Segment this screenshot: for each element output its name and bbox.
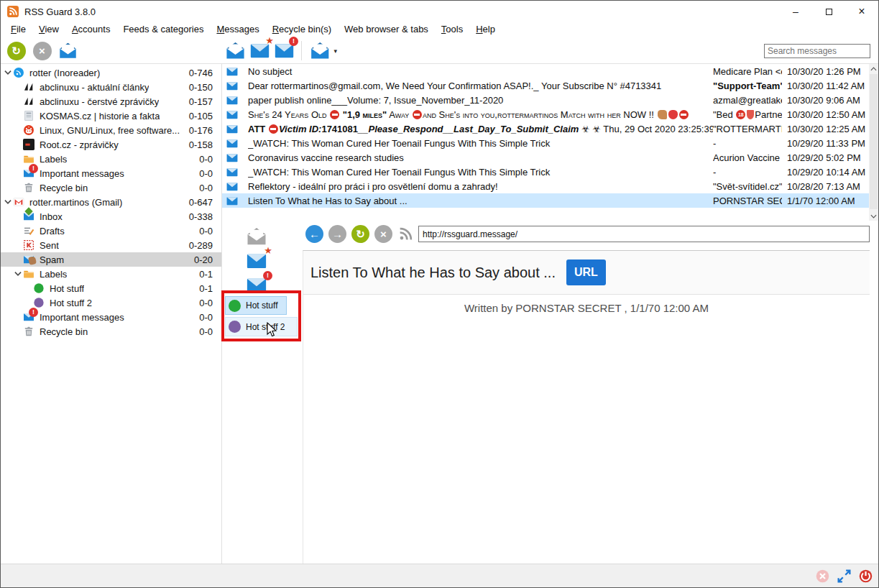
mark-read-button[interactable] [58,41,78,60]
message-subject: She's 24 Years Old "1,9 miles" Away and … [248,109,713,120]
menu-feeds-categories[interactable]: Feeds & categories [116,22,210,36]
url-input[interactable] [418,226,870,242]
expand-chevron-icon[interactable] [3,68,13,78]
sidebar-item-recycle-bin[interactable]: Recycle bin0-0 [1,180,221,195]
mark-message-read-button[interactable] [225,40,246,61]
fullscreen-button[interactable] [837,569,852,584]
sidebar-item-drafts[interactable]: Drafts0-0 [1,224,221,238]
circle-green-icon [33,282,45,294]
unread-count: 0-105 [189,111,221,121]
mark-unread-button[interactable]: ! [274,40,295,61]
sidebar-item-hot-stuff-2[interactable]: Hot stuff 20-0 [1,295,221,310]
sidebar-item-linux-gnu-linux-free-software[interactable]: Linux, GNU/Linux, free software...0-176 [1,123,221,137]
toggle-importance-button[interactable]: ★ [249,40,270,61]
tree-indent [13,168,23,178]
scroll-up-icon[interactable] [869,64,878,73]
message-date: 10/30/20 11:42 AM [782,81,869,91]
sidebar-item-kosmas-cz-historie-a-fakta[interactable]: KOSMAS.cz | historie a fakta0-105 [1,109,221,123]
label-chip-hot-stuff[interactable]: Hot stuff [225,296,287,315]
message-row[interactable]: Coronavirus vaccine research studiesAcur… [222,150,869,165]
message-row[interactable]: Listen To What he Has to Say about ...PO… [222,193,869,208]
toggle-importance-button[interactable]: ★ [244,250,269,272]
search-input[interactable] [764,44,870,58]
feed-label: Labels [40,269,67,280]
sidebar-item-rotter-martinos-gmail[interactable]: rotter.martinos (Gmail)0-647 [1,195,221,209]
message-row[interactable]: ATT Victim ID:1741081__Please_Respond__L… [222,121,869,136]
label-chip-hot-stuff-2[interactable]: Hot stuff 2 [225,317,298,336]
close-button[interactable]: × [845,1,878,22]
message-list-scrollbar[interactable] [869,64,878,221]
quit-button[interactable] [858,569,873,584]
message-preview-pane: ★! Hot stuffHot stuff 2 ← → ↻ × Listen T… [222,221,878,564]
sidebar-item-labels[interactable]: Labels0-0 [1,152,221,166]
feed-label: rotter (Inoreader) [29,68,100,78]
message-row[interactable]: No subjectMedicare Plan <e...10/30/20 1:… [222,64,869,78]
kosmas-icon [23,110,34,121]
message-row[interactable]: Reflektory - ideální pro práci i pro osv… [222,179,869,193]
message-subject: ATT Victim ID:1741081__Please_Respond__L… [248,124,713,134]
update-feeds-button[interactable]: ↻ [6,41,26,60]
sidebar-item-sent[interactable]: Sent0-289 [1,238,221,252]
envelope-exclam-icon: ! [23,167,34,179]
tree-indent [13,139,23,150]
message-subject: _WATCH: This Woman Cured Her Toenail Fun… [248,138,713,149]
menu-recycle-bin-s[interactable]: Recycle bin(s) [266,22,338,36]
menu-tools[interactable]: Tools [435,22,469,36]
sidebar-item-abclinuxu-čerstvé-zprávičky[interactable]: abclinuxu - čerstvé zprávičky0-157 [1,94,221,109]
scrollbar-thumb[interactable] [870,74,878,209]
message-date: 10/29/20 11:33 PM [782,138,869,149]
open-url-button[interactable]: URL [566,259,606,285]
menu-messages[interactable]: Messages [210,22,265,36]
expand-chevron-icon[interactable] [13,269,23,279]
reload-button[interactable]: ↻ [351,225,369,243]
unread-count: 0-1 [199,269,221,280]
message-author: - [713,138,782,149]
feed-label: Root.cz - zprávičky [40,139,119,150]
sidebar-item-recycle-bin[interactable]: Recycle bin0-0 [1,324,221,339]
sidebar-item-abclinuxu-aktuální-články[interactable]: abclinuxu - aktuální články0-150 [1,80,221,94]
unread-count: 0-289 [189,240,221,251]
menu-help[interactable]: Help [469,22,502,36]
back-button[interactable]: ← [305,225,323,243]
rss-icon [397,226,413,242]
sidebar-item-root-cz-zprávičky[interactable]: Root.cz - zprávičky0-158 [1,137,221,152]
message-date: 10/30/20 1:26 PM [782,66,869,77]
message-row[interactable]: _WATCH: This Woman Cured Her Toenail Fun… [222,136,869,150]
message-actions-dropdown[interactable]: ▾ [308,40,337,61]
message-subject: _WATCH: This Woman Cured Her Toenail Fun… [248,167,713,178]
menu-view[interactable]: View [32,22,65,36]
mouse-cursor-icon [265,322,277,338]
menu-file[interactable]: File [4,22,32,36]
title-bar: RSS Guard 3.8.0 – × [1,1,878,22]
sidebar-item-important-messages[interactable]: !Important messages0-0 [1,166,221,180]
feed-label: abclinuxu - čerstvé zprávičky [40,96,159,107]
stop-update-button[interactable]: × [32,41,52,60]
message-row[interactable]: She's 24 Years Old "1,9 miles" Away and … [222,107,869,121]
sidebar-item-hot-stuff[interactable]: Hot stuff0-1 [1,281,221,295]
sidebar-item-inbox[interactable]: Inbox0-338 [1,209,221,224]
expand-chevron-icon[interactable] [3,197,13,207]
stop-button[interactable]: × [374,225,392,243]
unread-envelope-icon [226,166,239,178]
toggle-read-button[interactable] [244,226,269,247]
sidebar-item-spam[interactable]: Spam0-20 [1,252,221,267]
sidebar-item-labels[interactable]: Labels0-1 [1,267,221,281]
message-date: 1/1/70 12:00 AM [782,196,869,206]
menu-web-browser-tabs[interactable]: Web browser & tabs [338,22,435,36]
sidebar-item-rotter-inoreader[interactable]: rotter (Inoreader)0-746 [1,65,221,80]
message-row[interactable]: _WATCH: This Woman Cured Her Toenail Fun… [222,165,869,179]
message-row[interactable]: Dear rottermartinos@gmail.com, We Need Y… [222,78,869,93]
minimize-button[interactable]: – [779,1,812,22]
message-row[interactable]: paper publish online___Volume: 7, Issue_… [222,93,869,107]
toolbar-left-group: ↻× [1,41,78,60]
sidebar-item-important-messages[interactable]: !Important messages0-0 [1,310,221,324]
forward-button[interactable]: → [328,225,346,243]
tree-indent [13,154,23,164]
maximize-button[interactable] [812,1,845,22]
menu-accounts[interactable]: Accounts [65,22,116,36]
feed-label: Spam [40,254,64,265]
spam-icon [23,254,34,265]
scroll-down-icon[interactable] [869,211,878,221]
drafts-icon [23,225,34,236]
maximize-icon [826,9,832,15]
